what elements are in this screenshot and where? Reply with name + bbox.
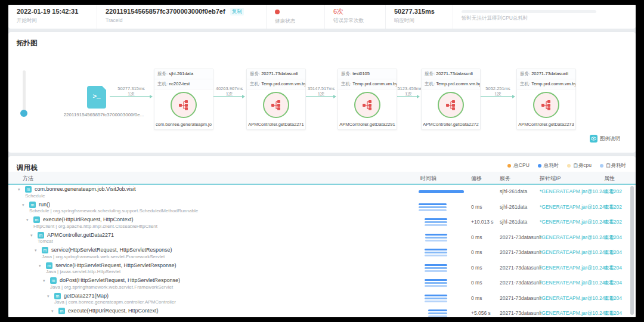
response-time-value: 50277.315ms	[394, 8, 453, 16]
view-attributes-link[interactable]: 查看	[604, 265, 614, 272]
service-node-card[interactable]: 服务: 20271-73datasunli主机: Temp.prd.comm.v…	[421, 69, 481, 130]
service-key: 服务:	[157, 71, 168, 76]
service-name: 20271-73datasunli	[500, 249, 541, 255]
legend-label: 总耗时	[544, 162, 559, 169]
method-name[interactable]: run()	[39, 202, 50, 208]
service-node-card[interactable]: 服务: 20271-73datasunli主机: Temp.prd.comm.v…	[516, 69, 576, 130]
view-attributes-link[interactable]: 查看	[604, 280, 614, 287]
method-name[interactable]: execute(HttpUriRequest, HttpContext)	[68, 308, 159, 314]
service-name: sjhl-261data	[500, 188, 527, 194]
callstack-row[interactable]: ▾mexecute(HttpUriRequest, HttpContext)Ht…	[8, 215, 636, 231]
timeline-bar	[419, 190, 464, 193]
callstack-row[interactable]: ▾mexecute(HttpUriRequest, HttpContext)+5…	[8, 306, 636, 317]
service-node-card[interactable]: 服务: test0105主机: Temp.prd.comm.vm.by.idc.…	[338, 69, 397, 130]
topology-panel: 拓扑图 >_ 220119154565857fc3700003000f0e...…	[8, 32, 636, 153]
timeline-bar	[425, 282, 447, 284]
callstack-row[interactable]: ▾mrun()Schedule | org.springframework.sc…	[8, 200, 636, 216]
timeline-bars	[417, 218, 472, 228]
timeline-bars	[417, 233, 472, 244]
legend-item[interactable]: 自身耗时	[600, 162, 626, 169]
callstack-row[interactable]: ▾mdoPost(HttpServletRequest, HttpServlet…	[8, 276, 636, 292]
method-type-icon: m	[42, 247, 48, 253]
legend-item[interactable]: 自身cpu	[567, 162, 592, 169]
expand-chevron-icon[interactable]: ▾	[30, 233, 33, 238]
method-name[interactable]: APMController.getData2271	[47, 232, 114, 238]
method-name[interactable]: doPost(HttpServletRequest, HttpServletRe…	[60, 277, 180, 283]
expand-chevron-icon[interactable]: ▾	[35, 247, 37, 253]
offset-value: +10.013 s	[471, 219, 494, 225]
service-cluster-icon[interactable]	[171, 92, 197, 118]
service-node-card[interactable]: 服务: sjhl-261data主机: nc202-testcom.bonree…	[154, 69, 213, 130]
timeline-bar	[428, 312, 447, 314]
method-detail: Java | com.bonree.generateapm.controller…	[54, 299, 176, 305]
copy-trace-id-button[interactable]: 复制	[230, 8, 244, 16]
trace-id-label: TraceId	[106, 17, 266, 23]
node-host-line: 主机: nc202-test	[154, 79, 213, 89]
method-name[interactable]: service(HttpServletRequest, HttpServletR…	[51, 247, 172, 253]
method-detail: Schedule | org.springframework.schedulin…	[29, 208, 198, 213]
topology-title: 拓扑图	[17, 39, 38, 47]
offset-value: 0 ms	[471, 295, 482, 301]
offset-value: 0 ms	[471, 234, 482, 240]
offset-value: 0 ms	[471, 249, 482, 255]
terminal-prompt-icon: >_	[87, 93, 106, 100]
view-attributes-link[interactable]: 查看	[604, 310, 614, 317]
method-name[interactable]: service(HttpServletRequest, HttpServletR…	[55, 262, 177, 268]
callstack-row[interactable]: ▾mcom.bonree.generateapm.job.VisitJob.vi…	[8, 185, 636, 200]
expand-chevron-icon[interactable]: ▾	[51, 308, 54, 314]
method-name[interactable]: execute(HttpUriRequest, HttpContext)	[43, 216, 134, 222]
service-cluster-icon[interactable]	[263, 92, 289, 118]
expand-chevron-icon[interactable]: ▾	[39, 263, 41, 268]
expand-chevron-icon[interactable]: ▾	[43, 278, 45, 283]
zoom-slider-track[interactable]	[23, 70, 26, 114]
service-cluster-icon[interactable]	[354, 92, 380, 118]
legend-dot-icon	[600, 164, 603, 168]
edge-time: 50277.315ms	[104, 86, 158, 91]
service-key: 服务:	[341, 71, 351, 76]
method-type-icon: m	[58, 308, 65, 314]
expand-chevron-icon[interactable]: ▾	[47, 293, 49, 299]
legend-toggle-button[interactable]: 图例说明	[590, 135, 620, 143]
node-method-label: APMController.getData2291	[339, 122, 395, 127]
method-name[interactable]: getData2271(Map)	[64, 293, 109, 299]
trace-entry-icon[interactable]: >_	[87, 86, 106, 109]
vertical-scrollbar[interactable]	[630, 186, 634, 315]
view-attributes-link[interactable]: 查看	[604, 188, 614, 196]
callstack-panel: 调用栈 总CPU总耗时自身cpu自身耗时 方法时间轴偏移服务探针端IP属性 ▾m…	[8, 156, 636, 317]
legend-item[interactable]: 总CPU	[507, 162, 529, 169]
view-attributes-link[interactable]: 查看	[604, 219, 614, 226]
expand-chevron-icon[interactable]: ▾	[22, 202, 24, 208]
callstack-row[interactable]: ▾mservice(HttpServletRequest, HttpServle…	[8, 261, 636, 277]
host-value: Temp.prd.comm.vm.by.idc.b...	[531, 81, 575, 86]
callstack-row[interactable]: ▾mgetData2271(Map)Java | com.bonree.gene…	[8, 292, 636, 307]
service-key: 服务:	[520, 71, 530, 76]
view-attributes-link[interactable]: 查看	[604, 204, 614, 211]
legend-item[interactable]: 总耗时	[538, 162, 559, 169]
start-time-section: 2022-01-19 15:42:31 开始时间	[8, 5, 97, 29]
callstack-row[interactable]: ▾mservice(HttpServletRequest, HttpServle…	[8, 246, 636, 261]
view-attributes-link[interactable]: 查看	[604, 234, 614, 242]
eye-icon	[590, 135, 597, 143]
expand-chevron-icon[interactable]: ▾	[18, 187, 20, 192]
timeline-bar	[425, 234, 447, 236]
service-name: 20271-73datasunli	[500, 265, 541, 271]
method-name[interactable]: com.bonree.generateapm.job.VisitJob.visi…	[35, 186, 135, 192]
node-method-label: com.bonree.generateapm.job.Vis...	[156, 122, 212, 127]
timeline-bar	[425, 255, 447, 256]
service-cluster-icon[interactable]	[533, 92, 559, 118]
timeline-bar	[425, 285, 447, 287]
view-attributes-link[interactable]: 查看	[604, 249, 614, 256]
callstack-row[interactable]: ▾mAPMController.getData2271Tomcat0 ms202…	[8, 231, 636, 246]
node-method-label: APMController.getData2271	[248, 122, 304, 127]
zoom-slider-thumb[interactable]	[20, 110, 27, 117]
response-time-section: 50277.315ms 响应时间	[385, 5, 453, 29]
health-status-dot	[275, 10, 280, 14]
view-attributes-link[interactable]: 查看	[604, 295, 614, 302]
host-key: 主机:	[520, 81, 530, 86]
service-cluster-icon[interactable]	[438, 92, 464, 118]
offset-value: 0 ms	[471, 265, 482, 271]
service-node-card[interactable]: 服务: 20271-73datasunli主机: Temp.prd.comm.v…	[246, 69, 306, 130]
timeline-bars	[417, 294, 472, 305]
timeline-bar	[425, 270, 447, 272]
expand-chevron-icon[interactable]: ▾	[26, 217, 29, 222]
